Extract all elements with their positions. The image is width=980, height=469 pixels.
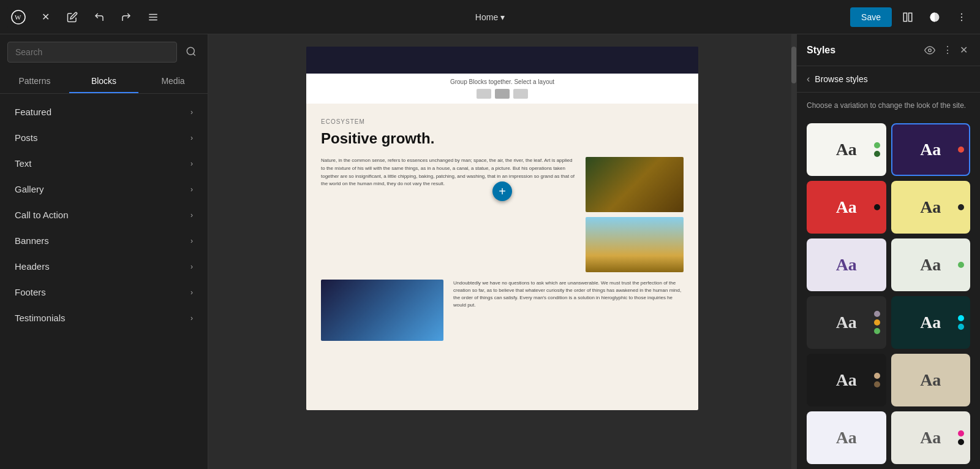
style-card-dark-gray[interactable]: Aa (807, 296, 886, 349)
nav-item-banners[interactable]: Banners › (5, 228, 203, 253)
dot (958, 204, 964, 210)
search-input[interactable] (7, 42, 177, 63)
style-card-lavender[interactable]: Aa (807, 238, 886, 291)
nav-item-posts[interactable]: Posts › (5, 125, 203, 150)
dot (874, 328, 880, 334)
tab-media[interactable]: Media (138, 70, 208, 93)
style-dots (958, 204, 964, 210)
style-aa-label: Aa (920, 428, 941, 448)
search-submit-button[interactable] (182, 42, 200, 63)
group-icon-1[interactable] (477, 89, 491, 99)
undo-button[interactable] (88, 6, 110, 28)
nav-item-featured[interactable]: Featured › (5, 99, 203, 124)
scrollbar[interactable] (791, 34, 796, 469)
redo-button[interactable] (115, 6, 137, 28)
canvas-two-col: Nature, in the common sense, refers to e… (321, 157, 684, 272)
nav-item-footers[interactable]: Footers › (5, 280, 203, 305)
nav-item-testimonials[interactable]: Testimonials › (5, 305, 203, 330)
right-sidebar: Styles ⋮ ✕ ‹ Browse styles Choose a vari… (796, 34, 980, 469)
nav-item-text[interactable]: Text › (5, 151, 203, 176)
left-sidebar: Patterns Blocks Media Featured › Posts ›… (0, 34, 208, 469)
layout-toggle-button[interactable] (897, 6, 919, 28)
canvas-bottom-section: Undoubtedly we have no questions to ask … (321, 280, 684, 341)
svg-point-9 (961, 16, 962, 17)
dot (874, 319, 880, 326)
canvas-nav-header (306, 47, 698, 74)
tab-patterns[interactable]: Patterns (0, 70, 69, 93)
style-card-light-gray-pink[interactable]: Aa (891, 411, 971, 464)
dot (874, 204, 880, 210)
top-toolbar: W ✕ Home ▾ Save (0, 0, 980, 34)
chevron-right-icon: › (190, 108, 193, 116)
chevron-right-icon: › (190, 211, 193, 219)
save-button[interactable]: Save (850, 7, 892, 27)
style-card-inner: Aa (808, 413, 885, 463)
style-aa-label: Aa (836, 255, 857, 275)
svg-point-13 (929, 48, 932, 51)
browse-styles-title: Browse styles (815, 74, 867, 84)
style-card-inner: Aa (892, 297, 970, 348)
scrollbar-thumb[interactable] (791, 47, 796, 83)
dot (958, 324, 964, 330)
group-icon-3[interactable] (513, 89, 528, 99)
home-label: Home (475, 12, 498, 22)
edit-pencil-button[interactable] (61, 6, 83, 28)
canvas-images-col (586, 157, 684, 272)
wp-logo[interactable]: W (7, 6, 29, 28)
close-button[interactable]: ✕ (34, 6, 56, 28)
dot (958, 315, 964, 321)
style-dots (874, 142, 880, 157)
more-options-button[interactable] (951, 6, 973, 28)
forest-image (586, 157, 684, 212)
nav-item-headers[interactable]: Headers › (5, 254, 203, 279)
style-card-inner: Aa (808, 182, 885, 232)
style-aa-label: Aa (920, 255, 941, 275)
add-block-button[interactable]: + (492, 181, 512, 201)
preview-icon-button[interactable] (922, 42, 938, 58)
nav-item-label: Footers (15, 287, 46, 297)
nav-item-label: Banners (15, 235, 49, 246)
canvas-area[interactable]: Group Blocks together. Select a layout +… (208, 34, 796, 469)
style-card-sage[interactable]: Aa (891, 238, 971, 291)
tab-blocks[interactable]: Blocks (69, 70, 138, 93)
list-view-button[interactable] (142, 6, 164, 28)
search-input-wrapper (7, 42, 177, 63)
style-card-red[interactable]: Aa (807, 181, 886, 234)
dot (958, 430, 964, 437)
group-icon-2[interactable] (495, 89, 510, 99)
style-dots (958, 315, 964, 330)
style-card-pastel[interactable]: Aa (807, 411, 886, 464)
nav-list: Featured › Posts › Text › Gallery › Call… (0, 94, 208, 469)
style-card-tan[interactable]: Aa (891, 354, 971, 406)
nav-item-call-to-action[interactable]: Call to Action › (5, 202, 203, 227)
dot (874, 311, 880, 317)
canvas-text-col: Nature, in the common sense, refers to e… (321, 157, 576, 272)
more-options-icon-button[interactable]: ⋮ (940, 42, 955, 58)
style-dots (958, 430, 964, 445)
dot (958, 147, 964, 153)
styles-title: Styles (807, 45, 922, 56)
style-card-inner: Aa (808, 240, 885, 290)
theme-toggle-button[interactable] (924, 6, 946, 28)
nav-item-gallery[interactable]: Gallery › (5, 177, 203, 202)
ecosystem-label: ECOSYSTEM (321, 118, 684, 125)
style-aa-label: Aa (920, 140, 941, 159)
group-selector-text: Group Blocks together. Select a layout (450, 78, 554, 85)
style-aa-label: Aa (920, 370, 941, 390)
style-card-purple[interactable]: Aa (891, 123, 971, 176)
style-dots (874, 311, 880, 334)
style-card-charcoal[interactable]: Aa (807, 354, 886, 406)
style-card-default[interactable]: Aa (807, 123, 886, 176)
style-card-dark-green[interactable]: Aa (891, 296, 971, 349)
close-styles-button[interactable]: ✕ (957, 42, 970, 58)
dot (958, 262, 964, 268)
style-card-yellow[interactable]: Aa (891, 181, 971, 234)
back-button[interactable]: ‹ (807, 74, 810, 85)
home-button[interactable]: Home ▾ (469, 9, 511, 26)
style-aa-label: Aa (836, 140, 857, 159)
style-aa-label: Aa (920, 313, 941, 332)
svg-rect-5 (903, 13, 907, 21)
style-aa-label: Aa (920, 197, 941, 217)
style-aa-label: Aa (836, 370, 857, 390)
chevron-right-icon: › (190, 159, 193, 168)
